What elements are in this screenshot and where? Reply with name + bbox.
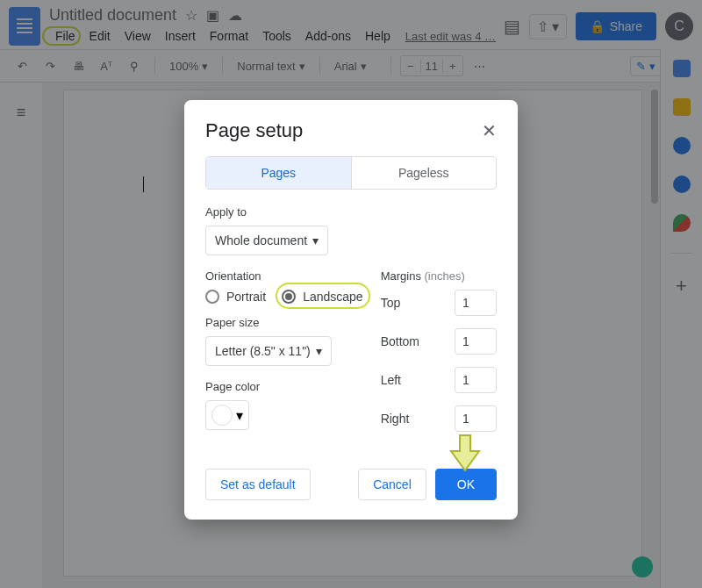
apply-to-label: Apply to [205, 205, 497, 219]
cancel-button[interactable]: Cancel [358, 469, 426, 500]
margin-bottom-input[interactable] [455, 328, 497, 355]
radio-landscape[interactable]: Landscape [282, 290, 363, 304]
radio-landscape-label: Landscape [303, 290, 363, 304]
radio-portrait[interactable]: Portrait [205, 290, 266, 304]
dialog-footer: Set as default Cancel OK [205, 469, 497, 500]
color-swatch [211, 405, 233, 426]
margin-row-bottom: Bottom [381, 328, 497, 355]
margin-right-input[interactable] [455, 405, 497, 432]
chevron-down-icon: ▾ [236, 407, 243, 424]
radio-portrait-label: Portrait [226, 290, 266, 304]
radio-dot [205, 290, 219, 304]
dialog-title: Page setup [205, 119, 303, 142]
margin-top-input[interactable] [455, 290, 497, 316]
margin-bottom-label: Bottom [381, 334, 419, 348]
page-color-select[interactable]: ▾ [205, 400, 249, 430]
margin-row-top: Top [381, 290, 497, 316]
margin-left-input[interactable] [455, 367, 497, 393]
paper-size-value: Letter (8.5" x 11") [215, 344, 311, 358]
chevron-down-icon: ▾ [312, 233, 319, 247]
ok-button[interactable]: OK [435, 469, 497, 500]
paper-size-label: Paper size [205, 316, 363, 329]
page-color-label: Page color [205, 380, 363, 393]
apply-to-select[interactable]: Whole document ▾ [205, 226, 328, 255]
margins-label: Margins (inches) [381, 269, 497, 283]
chevron-down-icon: ▾ [316, 344, 322, 358]
close-icon[interactable]: ✕ [482, 120, 497, 141]
margin-left-label: Left [381, 373, 401, 387]
margin-right-label: Right [381, 412, 410, 426]
paper-size-select[interactable]: Letter (8.5" x 11") ▾ [205, 336, 332, 366]
page-setup-dialog: Page setup ✕ Pages Pageless Apply to Who… [184, 100, 518, 520]
tab-pageless[interactable]: Pageless [351, 157, 497, 189]
orientation-column: Orientation Portrait Landscape Paper siz… [205, 269, 363, 444]
margin-row-right: Right [381, 405, 497, 432]
dialog-header: Page setup ✕ [205, 119, 497, 142]
set-as-default-button[interactable]: Set as default [205, 469, 311, 500]
radio-dot-checked [282, 290, 296, 304]
margin-top-label: Top [381, 296, 401, 310]
apply-to-value: Whole document [215, 233, 307, 247]
orientation-label: Orientation [205, 269, 363, 283]
orientation-radios: Portrait Landscape [205, 290, 363, 304]
page-setup-tabs: Pages Pageless [205, 156, 497, 190]
margins-column: Margins (inches) Top Bottom Left Right [381, 269, 497, 444]
tab-pages[interactable]: Pages [206, 157, 351, 189]
margin-row-left: Left [381, 367, 497, 393]
